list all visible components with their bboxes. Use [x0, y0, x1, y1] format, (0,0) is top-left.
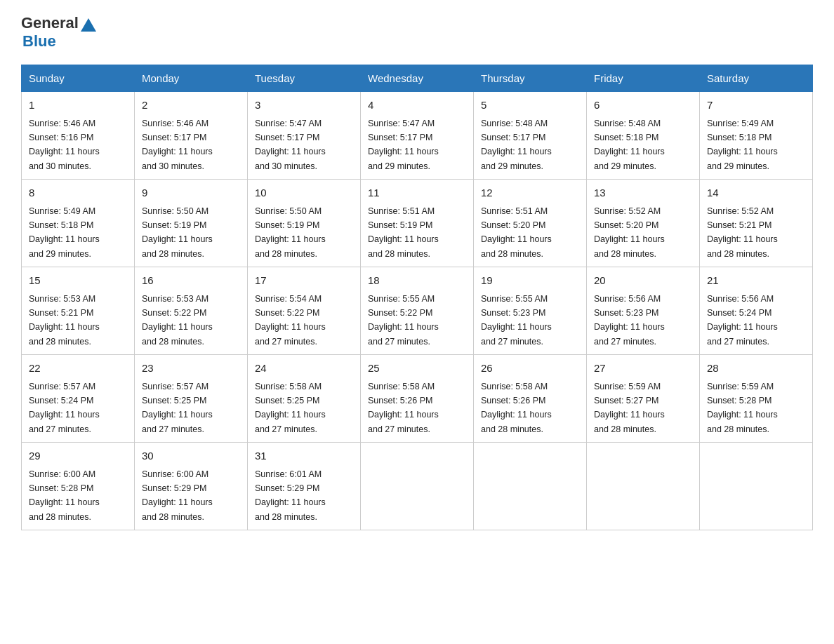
day-info: Sunrise: 5:50 AMSunset: 5:19 PMDaylight:… [255, 206, 326, 259]
column-header-sunday: Sunday [22, 65, 135, 92]
calendar-cell: 8Sunrise: 5:49 AMSunset: 5:18 PMDaylight… [22, 180, 135, 267]
day-number: 5 [481, 98, 579, 114]
day-info: Sunrise: 5:46 AMSunset: 5:17 PMDaylight:… [142, 119, 213, 171]
day-number: 31 [255, 448, 353, 464]
day-number: 25 [368, 361, 466, 377]
calendar-cell [361, 443, 474, 530]
column-header-saturday: Saturday [700, 65, 813, 92]
day-info: Sunrise: 5:55 AMSunset: 5:23 PMDaylight:… [481, 294, 552, 347]
calendar-table: SundayMondayTuesdayWednesdayThursdayFrid… [21, 65, 813, 530]
day-info: Sunrise: 5:48 AMSunset: 5:17 PMDaylight:… [481, 119, 552, 171]
day-info: Sunrise: 6:00 AMSunset: 5:29 PMDaylight:… [142, 469, 213, 522]
day-number: 21 [707, 273, 805, 289]
day-number: 4 [368, 98, 466, 114]
calendar-week-row: 29Sunrise: 6:00 AMSunset: 5:28 PMDayligh… [22, 443, 813, 530]
logo: General Blue [21, 14, 96, 51]
day-number: 15 [29, 273, 127, 289]
column-header-thursday: Thursday [474, 65, 587, 92]
calendar-week-row: 1Sunrise: 5:46 AMSunset: 5:16 PMDaylight… [22, 92, 813, 180]
calendar-cell: 26Sunrise: 5:58 AMSunset: 5:26 PMDayligh… [474, 355, 587, 443]
calendar-cell: 7Sunrise: 5:49 AMSunset: 5:18 PMDaylight… [700, 92, 813, 180]
day-number: 20 [594, 273, 692, 289]
logo-triangle-icon [81, 18, 96, 32]
calendar-cell: 5Sunrise: 5:48 AMSunset: 5:17 PMDaylight… [474, 92, 587, 180]
day-number: 7 [707, 98, 805, 114]
day-info: Sunrise: 5:53 AMSunset: 5:21 PMDaylight:… [29, 294, 100, 347]
calendar-cell: 24Sunrise: 5:58 AMSunset: 5:25 PMDayligh… [248, 355, 361, 443]
day-info: Sunrise: 5:47 AMSunset: 5:17 PMDaylight:… [368, 119, 439, 171]
day-number: 16 [142, 273, 240, 289]
calendar-cell: 16Sunrise: 5:53 AMSunset: 5:22 PMDayligh… [135, 267, 248, 355]
day-info: Sunrise: 5:55 AMSunset: 5:22 PMDaylight:… [368, 294, 439, 347]
calendar-cell: 3Sunrise: 5:47 AMSunset: 5:17 PMDaylight… [248, 92, 361, 180]
calendar-cell: 1Sunrise: 5:46 AMSunset: 5:16 PMDaylight… [22, 92, 135, 180]
calendar-cell: 20Sunrise: 5:56 AMSunset: 5:23 PMDayligh… [587, 267, 700, 355]
calendar-cell: 10Sunrise: 5:50 AMSunset: 5:19 PMDayligh… [248, 180, 361, 267]
day-number: 29 [29, 448, 127, 464]
day-number: 9 [142, 185, 240, 201]
calendar-cell: 21Sunrise: 5:56 AMSunset: 5:24 PMDayligh… [700, 267, 813, 355]
calendar-cell: 9Sunrise: 5:50 AMSunset: 5:19 PMDaylight… [135, 180, 248, 267]
calendar-cell: 14Sunrise: 5:52 AMSunset: 5:21 PMDayligh… [700, 180, 813, 267]
calendar-cell: 28Sunrise: 5:59 AMSunset: 5:28 PMDayligh… [700, 355, 813, 443]
calendar-cell: 15Sunrise: 5:53 AMSunset: 5:21 PMDayligh… [22, 267, 135, 355]
calendar-cell: 23Sunrise: 5:57 AMSunset: 5:25 PMDayligh… [135, 355, 248, 443]
column-header-wednesday: Wednesday [361, 65, 474, 92]
day-info: Sunrise: 5:54 AMSunset: 5:22 PMDaylight:… [255, 294, 326, 347]
day-info: Sunrise: 5:58 AMSunset: 5:26 PMDaylight:… [481, 382, 552, 434]
calendar-cell: 11Sunrise: 5:51 AMSunset: 5:19 PMDayligh… [361, 180, 474, 267]
calendar-cell: 30Sunrise: 6:00 AMSunset: 5:29 PMDayligh… [135, 443, 248, 530]
day-info: Sunrise: 5:46 AMSunset: 5:16 PMDaylight:… [29, 119, 100, 171]
day-number: 26 [481, 361, 579, 377]
day-info: Sunrise: 5:57 AMSunset: 5:24 PMDaylight:… [29, 382, 100, 434]
day-info: Sunrise: 5:49 AMSunset: 5:18 PMDaylight:… [707, 119, 778, 171]
day-info: Sunrise: 5:57 AMSunset: 5:25 PMDaylight:… [142, 382, 213, 434]
day-info: Sunrise: 5:50 AMSunset: 5:19 PMDaylight:… [142, 206, 213, 259]
calendar-cell: 22Sunrise: 5:57 AMSunset: 5:24 PMDayligh… [22, 355, 135, 443]
day-number: 2 [142, 98, 240, 114]
day-number: 27 [594, 361, 692, 377]
day-info: Sunrise: 5:59 AMSunset: 5:27 PMDaylight:… [594, 382, 665, 434]
logo-blue: Blue [22, 32, 56, 51]
day-info: Sunrise: 5:49 AMSunset: 5:18 PMDaylight:… [29, 206, 100, 259]
calendar-cell: 2Sunrise: 5:46 AMSunset: 5:17 PMDaylight… [135, 92, 248, 180]
day-number: 6 [594, 98, 692, 114]
day-info: Sunrise: 5:51 AMSunset: 5:20 PMDaylight:… [481, 206, 552, 259]
day-info: Sunrise: 5:56 AMSunset: 5:23 PMDaylight:… [594, 294, 665, 347]
calendar-cell: 25Sunrise: 5:58 AMSunset: 5:26 PMDayligh… [361, 355, 474, 443]
calendar-cell: 13Sunrise: 5:52 AMSunset: 5:20 PMDayligh… [587, 180, 700, 267]
day-info: Sunrise: 5:58 AMSunset: 5:26 PMDaylight:… [368, 382, 439, 434]
day-number: 10 [255, 185, 353, 201]
day-number: 12 [481, 185, 579, 201]
day-info: Sunrise: 5:58 AMSunset: 5:25 PMDaylight:… [255, 382, 326, 434]
column-header-tuesday: Tuesday [248, 65, 361, 92]
day-number: 18 [368, 273, 466, 289]
calendar-cell: 12Sunrise: 5:51 AMSunset: 5:20 PMDayligh… [474, 180, 587, 267]
column-header-monday: Monday [135, 65, 248, 92]
calendar-week-row: 15Sunrise: 5:53 AMSunset: 5:21 PMDayligh… [22, 267, 813, 355]
calendar-cell: 6Sunrise: 5:48 AMSunset: 5:18 PMDaylight… [587, 92, 700, 180]
day-info: Sunrise: 5:52 AMSunset: 5:21 PMDaylight:… [707, 206, 778, 259]
calendar-cell: 18Sunrise: 5:55 AMSunset: 5:22 PMDayligh… [361, 267, 474, 355]
calendar-cell: 29Sunrise: 6:00 AMSunset: 5:28 PMDayligh… [22, 443, 135, 530]
day-number: 30 [142, 448, 240, 464]
day-number: 8 [29, 185, 127, 201]
day-info: Sunrise: 6:01 AMSunset: 5:29 PMDaylight:… [255, 469, 326, 522]
day-info: Sunrise: 5:47 AMSunset: 5:17 PMDaylight:… [255, 119, 326, 171]
calendar-week-row: 8Sunrise: 5:49 AMSunset: 5:18 PMDaylight… [22, 180, 813, 267]
day-number: 17 [255, 273, 353, 289]
calendar-header-row: SundayMondayTuesdayWednesdayThursdayFrid… [22, 65, 813, 92]
column-header-friday: Friday [587, 65, 700, 92]
day-number: 11 [368, 185, 466, 201]
day-number: 23 [142, 361, 240, 377]
day-number: 3 [255, 98, 353, 114]
day-number: 19 [481, 273, 579, 289]
day-number: 28 [707, 361, 805, 377]
day-info: Sunrise: 5:59 AMSunset: 5:28 PMDaylight:… [707, 382, 778, 434]
day-info: Sunrise: 6:00 AMSunset: 5:28 PMDaylight:… [29, 469, 100, 522]
day-info: Sunrise: 5:53 AMSunset: 5:22 PMDaylight:… [142, 294, 213, 347]
calendar-cell: 31Sunrise: 6:01 AMSunset: 5:29 PMDayligh… [248, 443, 361, 530]
calendar-cell: 4Sunrise: 5:47 AMSunset: 5:17 PMDaylight… [361, 92, 474, 180]
day-number: 1 [29, 98, 127, 114]
calendar-cell [587, 443, 700, 530]
